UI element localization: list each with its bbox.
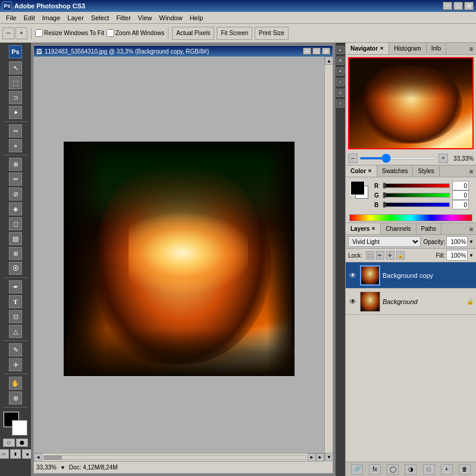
lock-transparent-btn[interactable]: ⬚ xyxy=(366,251,374,259)
color-spectrum-bar[interactable] xyxy=(349,214,472,221)
clone-stamp-tool[interactable]: ⊘ xyxy=(9,187,22,201)
zoom-all-option[interactable]: Zoom All Windows xyxy=(107,29,164,37)
maximize-button[interactable]: □ xyxy=(453,2,463,10)
menu-edit[interactable]: Edit xyxy=(20,13,39,23)
pen-tool[interactable]: ✒ xyxy=(9,280,22,293)
notes-tool[interactable]: ✎ xyxy=(9,343,22,356)
r-slider-track[interactable] xyxy=(383,183,450,188)
hand-tool[interactable]: ✋ xyxy=(9,377,22,390)
full-screen-menu-btn[interactable]: ▮ xyxy=(10,449,21,459)
horizontal-scrollbar[interactable]: ◄ ► ► xyxy=(34,453,324,461)
quick-mask-btn[interactable]: ⬤ xyxy=(16,439,28,447)
dodge-tool[interactable]: ⦿ xyxy=(9,262,22,275)
doc-minimize-btn[interactable]: ─ xyxy=(303,48,311,55)
link-layers-btn[interactable]: 🔗 xyxy=(351,464,363,475)
layers-close-icon[interactable]: ✕ xyxy=(371,226,375,231)
b-value[interactable]: 0 xyxy=(452,200,469,209)
lock-position-btn[interactable]: ✛ xyxy=(386,251,394,259)
side-icon-4[interactable]: ⌗ xyxy=(336,78,345,86)
g-slider-thumb[interactable] xyxy=(383,192,386,198)
vertical-scrollbar[interactable]: ▲ ▼ xyxy=(324,57,333,461)
layer-visibility-bg-copy[interactable]: 👁 xyxy=(348,271,358,280)
nav-zoom-out-btn[interactable]: ─ xyxy=(348,154,358,163)
color-options-btn[interactable]: ≡ xyxy=(466,165,476,177)
menu-help[interactable]: Help xyxy=(186,13,207,23)
layers-options-btn[interactable]: ≡ xyxy=(466,223,476,234)
side-icon-5[interactable]: ⊡ xyxy=(336,89,345,97)
menu-filter[interactable]: Filter xyxy=(112,13,134,23)
menu-layer[interactable]: Layer xyxy=(64,13,87,23)
brush-tool[interactable]: ✏ xyxy=(9,173,22,186)
fg-color-swatch[interactable] xyxy=(350,181,365,195)
lock-all-btn[interactable]: 🔒 xyxy=(396,251,405,259)
tab-layers[interactable]: Layers ✕ xyxy=(346,223,381,234)
side-icon-1[interactable]: ▸ xyxy=(336,46,345,54)
g-slider-track[interactable] xyxy=(383,193,450,198)
menu-view[interactable]: View xyxy=(134,13,156,23)
resize-windows-option[interactable]: Resize Windows To Fit xyxy=(35,29,104,37)
layer-background[interactable]: 👁 Background 🔒 xyxy=(346,289,476,315)
crop-tool[interactable]: ✂ xyxy=(9,124,22,137)
fill-arrow-btn[interactable]: ▼ xyxy=(469,253,474,258)
tab-paths[interactable]: Paths xyxy=(416,223,442,234)
selection-tool[interactable]: ↖ xyxy=(9,61,22,74)
doc-window-controls[interactable]: ─ □ ✕ xyxy=(303,48,330,55)
doc-maximize-btn[interactable]: □ xyxy=(312,48,321,55)
eraser-tool[interactable]: ◻ xyxy=(9,217,22,230)
color-close-icon[interactable]: ✕ xyxy=(368,168,372,174)
marquee-tool[interactable]: ⬚ xyxy=(9,76,22,89)
delete-layer-btn[interactable]: 🗑 xyxy=(459,464,471,475)
shape-tool[interactable]: △ xyxy=(9,325,22,338)
g-value[interactable]: 0 xyxy=(452,190,469,200)
lock-image-btn[interactable]: ✏ xyxy=(376,251,384,259)
tab-navigator[interactable]: Navigator ✕ xyxy=(346,43,389,54)
layer-background-copy[interactable]: 👁 Background copy xyxy=(346,262,476,289)
quick-select-tool[interactable]: ✦ xyxy=(9,106,22,119)
tab-info[interactable]: Info xyxy=(427,43,447,54)
scroll-down-btn[interactable]: ▼ xyxy=(325,453,333,461)
fill-input[interactable] xyxy=(446,250,468,261)
blur-tool[interactable]: ⊛ xyxy=(9,247,22,260)
scroll-right-btn[interactable]: ► xyxy=(316,453,324,462)
minimize-button[interactable]: ─ xyxy=(443,2,452,10)
print-size-btn[interactable]: Print Size xyxy=(255,27,289,40)
tab-swatches[interactable]: Swatches xyxy=(377,165,413,177)
layer-mask-btn[interactable]: ◯ xyxy=(387,464,399,475)
slice-tool[interactable]: ⌖ xyxy=(9,139,22,152)
menu-select[interactable]: Select xyxy=(87,13,113,23)
gradient-tool[interactable]: ▧ xyxy=(9,232,22,245)
zoom-out-btn[interactable]: ─ xyxy=(2,27,14,39)
menu-image[interactable]: Image xyxy=(39,13,64,23)
resize-windows-checkbox[interactable] xyxy=(35,29,43,37)
new-layer-btn[interactable]: + xyxy=(441,464,453,475)
scroll-up-btn[interactable]: ▲ xyxy=(325,57,333,65)
path-selection-tool[interactable]: ⊡ xyxy=(9,310,22,323)
tab-channels[interactable]: Channels xyxy=(381,223,416,234)
menu-file[interactable]: File xyxy=(2,13,20,23)
actual-pixels-btn[interactable]: Actual Pixels xyxy=(172,27,214,40)
background-color[interactable] xyxy=(12,420,27,436)
healing-brush-tool[interactable]: ⊕ xyxy=(9,158,22,171)
document-canvas[interactable] xyxy=(34,57,324,461)
zoom-slider[interactable] xyxy=(359,157,437,159)
tab-styles[interactable]: Styles xyxy=(413,165,439,177)
tab-histogram[interactable]: Histogram xyxy=(389,43,427,54)
nav-zoom-in-btn[interactable]: + xyxy=(439,154,448,163)
doc-close-btn[interactable]: ✕ xyxy=(322,48,330,55)
zoom-all-checkbox[interactable] xyxy=(107,29,114,37)
window-controls[interactable]: ─ □ ✕ xyxy=(443,2,474,10)
layer-visibility-bg[interactable]: 👁 xyxy=(348,297,358,306)
opacity-arrow-btn[interactable]: ▼ xyxy=(469,239,474,245)
standard-screen-btn[interactable]: ▭ xyxy=(0,449,9,459)
b-slider-thumb[interactable] xyxy=(383,202,386,208)
adjustment-layer-btn[interactable]: ◑ xyxy=(405,464,416,475)
menu-window[interactable]: Window xyxy=(156,13,186,23)
r-slider-thumb[interactable] xyxy=(383,183,386,189)
blend-mode-select[interactable]: Vivid Light xyxy=(348,236,421,247)
navigator-close-icon[interactable]: ✕ xyxy=(380,46,384,51)
layer-style-btn[interactable]: fx xyxy=(369,464,381,475)
scroll-left-btn[interactable]: ◄ xyxy=(34,453,42,462)
tab-color[interactable]: Color ✕ xyxy=(346,165,377,177)
zoom-tool[interactable]: ⊕ xyxy=(9,392,22,405)
lasso-tool[interactable]: ⊃ xyxy=(9,91,22,104)
